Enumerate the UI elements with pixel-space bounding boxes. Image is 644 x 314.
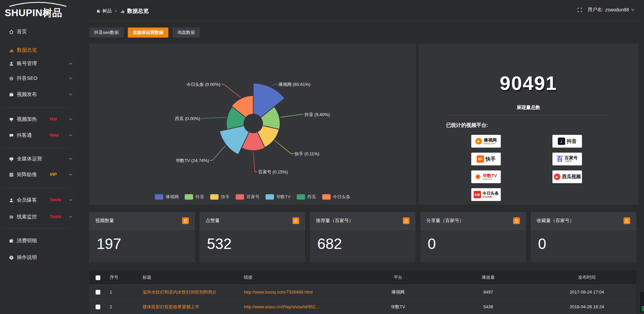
pie-slice-5[interactable] [220, 125, 249, 155]
sidebar-item-label: 操作说明 [17, 254, 37, 261]
platforms-label: 已统计的视频平台: [446, 122, 488, 128]
stat-card-1: 视频数量总197 [89, 212, 195, 262]
chevron-down-icon [69, 199, 72, 201]
chevron-down-icon [69, 173, 72, 176]
legend-swatch [210, 194, 219, 200]
legend-item-6[interactable]: 西瓜 [297, 194, 316, 200]
cell-title-link[interactable]: 室外水纹灯和室内水纹灯的区别和简介 [139, 285, 240, 300]
sidebar-item-12-wallet[interactable]: 消费明细 [0, 234, 78, 248]
legend-item-5[interactable]: 华数TV [266, 194, 291, 200]
chevron-down-icon [69, 158, 72, 160]
chat-icon [9, 133, 14, 138]
platform-icon-wasu [475, 174, 481, 180]
cell-title-link[interactable]: 楼体投影灯投影效果震撼上市 [139, 300, 240, 314]
legend-swatch [322, 194, 330, 200]
breadcrumb-item-1[interactable]: 树品 [96, 8, 112, 14]
logo-text-cn: 树品 [43, 7, 62, 18]
stat-cards-row: 视频数量总197点赞量总532推荐量（百家号）总682分享量（百家号）总0收藏量… [89, 212, 636, 262]
pie-label-line-4 [253, 152, 257, 172]
legend-item-7[interactable]: 今日头条 [322, 194, 350, 200]
tab-3[interactable]: 询盘数据 [172, 28, 200, 38]
sidebar-item-label: 矩阵助推 [17, 171, 37, 178]
pie-label-line-6 [201, 117, 226, 119]
legend-label: 播视网 [166, 194, 179, 200]
select-all-checkbox[interactable] [96, 275, 100, 280]
sidebar-item-13-help[interactable]: ?操作说明 [0, 251, 78, 264]
row-checkbox[interactable] [96, 305, 100, 309]
floating-service-widget[interactable] [639, 291, 644, 313]
sidebar-item-label: 数据总览 [17, 47, 37, 53]
legend-label: 西瓜 [307, 194, 316, 200]
legend-item-3[interactable]: 快手 [210, 194, 230, 200]
service-widget-bars [640, 306, 644, 311]
sidebar-item-2-chart[interactable]: 数据总览 [0, 44, 78, 57]
total-badge: 总 [182, 217, 189, 224]
breadcrumb-item-2[interactable]: 数据总览 [120, 8, 149, 15]
sidebar-item-10-member[interactable]: 会员爆客Tools [0, 194, 78, 207]
legend-swatch [236, 194, 244, 200]
sidebar-item-1-home[interactable]: 首页 [0, 25, 78, 39]
breadcrumb-label: 数据总览 [127, 8, 149, 15]
sidebar-item-5-publish[interactable]: 视频发布 [0, 88, 78, 101]
sidebar-item-label: 视频加热 [17, 116, 37, 122]
sidebar-item-3-user[interactable]: 账号管理 [0, 57, 78, 70]
help-icon: ? [9, 255, 14, 260]
sidebar-item-8-media[interactable]: 全媒体运营 [0, 152, 78, 166]
stat-card-4: 分享量（百家号）总0 [420, 212, 526, 262]
sidebar-item-11-clue[interactable]: 线索监控Tools [0, 210, 78, 224]
cell-url-link[interactable]: http://www.boosj.com/7338468.html [240, 285, 357, 300]
stat-card-value: 682 [317, 235, 342, 252]
matrix-icon [9, 172, 14, 177]
heat-icon [9, 117, 14, 122]
sidebar-item-6-heat[interactable]: 视频加热Hot [0, 113, 78, 126]
platform-name: 播视网 [484, 138, 497, 143]
pie-label-line-2 [280, 114, 304, 117]
breadcrumb-label: 树品 [102, 8, 112, 14]
platform-logo-xigua: ▶西瓜视频 [552, 170, 582, 183]
tab-2[interactable]: 全媒体运营数据 [128, 28, 168, 38]
user-menu[interactable]: 用户名: zswodun88 [588, 7, 635, 13]
user-icon [9, 61, 14, 66]
platform-sub: 今日头条 [483, 196, 492, 198]
row-checkbox[interactable] [96, 290, 100, 295]
table-header-checkbox [89, 270, 106, 285]
logo: SHUPIN树品 [5, 3, 74, 19]
platform-icon-boosj: ▶ [475, 138, 482, 145]
stat-card-label: 点赞量 [206, 218, 220, 224]
platform-name: 快手 [486, 156, 496, 162]
stat-card-3: 推荐量（百家号）总682 [310, 212, 416, 262]
legend-item-1[interactable]: 播视网 [155, 194, 179, 200]
sidebar-item-label: 线索监控 [17, 214, 37, 220]
sidebar-item-7-chat[interactable]: 抖客通New [0, 129, 78, 142]
platform-icon-toutiao: 头条 [474, 191, 481, 198]
pie-label-1: 播视网 (65.61%) [278, 82, 310, 87]
cell-checkbox [89, 285, 106, 300]
cell-seq: 2 [106, 300, 139, 314]
chevron-down-icon [69, 216, 72, 218]
stat-card-label: 收藏量（百家号） [537, 218, 574, 224]
sidebar-badge-new: New [50, 133, 59, 138]
user-box: 用户名: zswodun88 [577, 7, 635, 13]
cell-url-link[interactable]: http://www.wasu.cn/Play/show/id/952... [240, 300, 357, 314]
sidebar-badge-vip: VIP [50, 172, 57, 177]
wallet-icon [9, 238, 14, 244]
stat-card-header: 分享量（百家号）总 [420, 212, 526, 230]
sidebar-divider [3, 188, 70, 188]
legend-item-4[interactable]: 百家号 [236, 194, 260, 200]
fullscreen-icon[interactable] [577, 7, 582, 12]
chart-icon [9, 48, 14, 53]
table-header-row: 序号标题链接平台播放量发布时间 [89, 270, 636, 285]
platform-logo-baijiahao: 百百家号百家号 [552, 153, 582, 165]
pie-label-7: 今日头条 (0.00%) [186, 82, 220, 87]
legend-item-2[interactable]: 抖音 [185, 194, 204, 200]
tab-1[interactable]: 抖音seo数据 [89, 28, 124, 38]
stat-card-value: 197 [97, 235, 121, 252]
platform-icon-kuaishou: 66 [477, 155, 484, 163]
platform-logo-boosj: ▶播视网boosj.com [471, 135, 501, 148]
pie-label-3: 快手 (0.11%) [294, 151, 319, 156]
cell-platform: 华数TV [357, 300, 439, 314]
sidebar-item-9-matrix[interactable]: 矩阵助推VIP [0, 168, 78, 181]
sidebar-item-4-gear[interactable]: 抖音SEO [0, 72, 78, 85]
dashboard-page: { "header": { "logo_en": "SHUPIN", "logo… [0, 0, 644, 314]
total-badge: 总 [403, 217, 410, 224]
